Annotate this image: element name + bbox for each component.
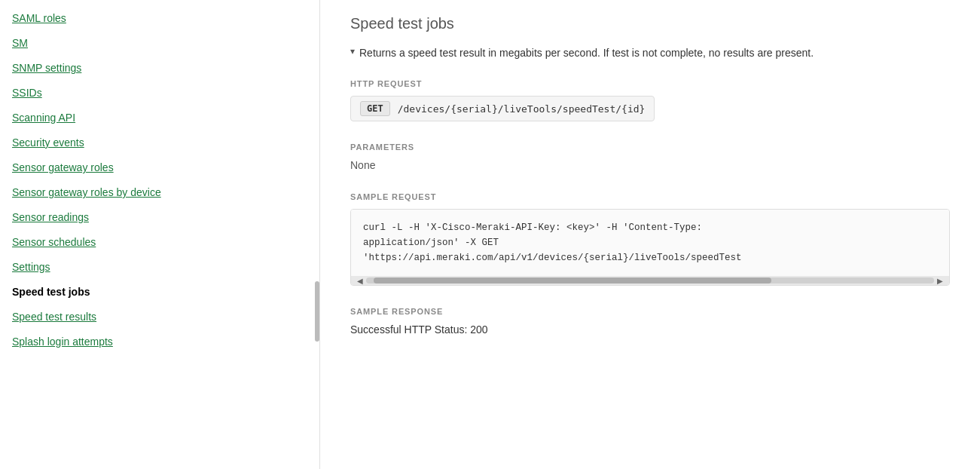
sidebar-item-snmp-settings[interactable]: SNMP settings <box>0 56 319 81</box>
sample-request-label: SAMPLE REQUEST <box>350 192 950 201</box>
sidebar-item-ssids[interactable]: SSIDs <box>0 81 319 106</box>
parameters-value: None <box>350 159 950 171</box>
sample-response-label: SAMPLE RESPONSE <box>350 307 950 316</box>
sidebar: SAML rolesSMSNMP settingsSSIDsScanning A… <box>0 0 320 469</box>
main-content: Speed test jobs ▾ Returns a speed test r… <box>320 0 980 469</box>
code-line-1: curl -L -H 'X-Cisco-Meraki-API-Key: <key… <box>363 222 702 233</box>
sidebar-scrollbar[interactable] <box>315 281 319 342</box>
sidebar-item-sm[interactable]: SM <box>0 31 319 56</box>
sidebar-item-sensor-gateway-roles-by-device[interactable]: Sensor gateway roles by device <box>0 180 319 205</box>
http-request-label: HTTP REQUEST <box>350 79 950 88</box>
description-text: Returns a speed test result in megabits … <box>359 44 814 61</box>
code-line-3: 'https://api.meraki.com/api/v1/devices/{… <box>363 253 742 263</box>
triangle-icon: ▾ <box>350 46 355 57</box>
sidebar-item-settings[interactable]: Settings <box>0 255 319 280</box>
sidebar-item-speed-test-jobs[interactable]: Speed test jobs <box>0 280 319 305</box>
sidebar-item-sensor-gateway-roles[interactable]: Sensor gateway roles <box>0 155 319 180</box>
parameters-label: PARAMETERS <box>350 143 950 152</box>
scroll-left-arrow[interactable]: ◀ <box>354 277 366 285</box>
http-request-section: HTTP REQUEST GET /devices/{serial}/liveT… <box>350 79 950 121</box>
sidebar-item-sensor-schedules[interactable]: Sensor schedules <box>0 230 319 255</box>
scroll-right-arrow[interactable]: ▶ <box>934 277 946 285</box>
code-block-wrapper: curl -L -H 'X-Cisco-Meraki-API-Key: <key… <box>350 209 950 286</box>
page-title: Speed test jobs <box>350 15 950 32</box>
sample-request-section: SAMPLE REQUEST curl -L -H 'X-Cisco-Merak… <box>350 192 950 286</box>
sidebar-item-security-events[interactable]: Security events <box>0 130 319 155</box>
http-endpoint: /devices/{serial}/liveTools/speedTest/{i… <box>398 103 646 115</box>
http-method-badge: GET <box>360 101 390 116</box>
description-block: ▾ Returns a speed test result in megabit… <box>350 44 950 61</box>
sidebar-item-saml-roles[interactable]: SAML roles <box>0 6 319 31</box>
http-method-row: GET /devices/{serial}/liveTools/speedTes… <box>350 96 655 121</box>
code-line-2: application/json' -X GET <box>363 238 499 248</box>
sample-response-section: SAMPLE RESPONSE Successful HTTP Status: … <box>350 307 950 336</box>
parameters-section: PARAMETERS None <box>350 143 950 171</box>
sidebar-item-scanning-api[interactable]: Scanning API <box>0 106 319 130</box>
code-block: curl -L -H 'X-Cisco-Meraki-API-Key: <key… <box>351 210 949 276</box>
code-scrollbar-row[interactable]: ◀ ▶ <box>351 276 949 285</box>
sidebar-item-splash-login-attempts[interactable]: Splash login attempts <box>0 330 319 354</box>
sample-response-value: Successful HTTP Status: 200 <box>350 323 950 336</box>
sidebar-item-sensor-readings[interactable]: Sensor readings <box>0 205 319 230</box>
scrollbar-track[interactable] <box>366 277 934 284</box>
sidebar-item-speed-test-results[interactable]: Speed test results <box>0 305 319 330</box>
scrollbar-thumb[interactable] <box>374 277 771 284</box>
